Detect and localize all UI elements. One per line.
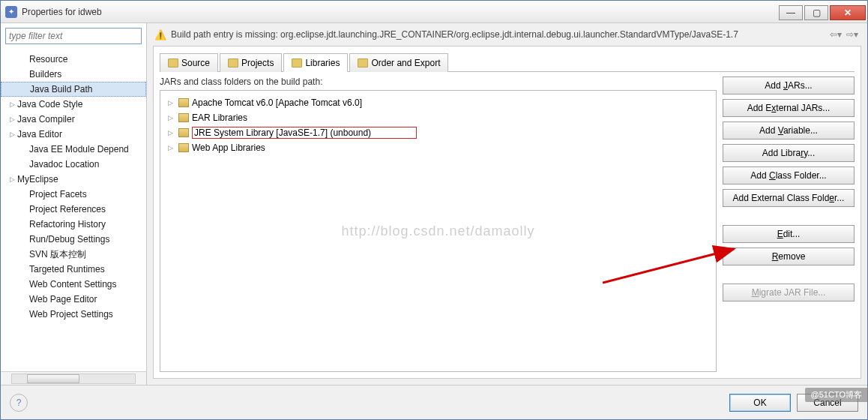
scrollbar-thumb[interactable] xyxy=(27,374,79,383)
add-class-folder-button[interactable]: Add Class Folder... xyxy=(723,166,855,184)
minimize-button[interactable]: — xyxy=(779,5,803,20)
titlebar[interactable]: ✦ Properties for idweb — ▢ ✕ xyxy=(1,1,867,23)
sidebar: ResourceBuildersJava Build Path▷Java Cod… xyxy=(1,23,147,385)
sidebar-item-label: Java Compiler xyxy=(17,114,75,124)
sidebar-item-label: Java Code Style xyxy=(17,99,82,110)
library-tree[interactable]: http://blog.csdn.net/damaolly ▷Apache To… xyxy=(160,90,717,372)
sidebar-item-resource[interactable]: Resource xyxy=(1,52,146,67)
window-title: Properties for idweb xyxy=(22,7,779,17)
sidebar-item-web-content-settings[interactable]: Web Content Settings xyxy=(1,277,146,292)
sidebar-item-label: Java EE Module Depend xyxy=(29,144,129,154)
add-jars-button[interactable]: Add JARs... xyxy=(723,76,855,94)
sidebar-item-javadoc-location[interactable]: Javadoc Location xyxy=(1,157,146,172)
expand-icon[interactable]: ▷ xyxy=(168,129,175,136)
jar-icon xyxy=(178,113,189,122)
sidebar-item-label: Project Facets xyxy=(29,189,87,200)
warning-bar: ⚠️ Build path entry is missing: org.ecli… xyxy=(147,23,867,46)
sidebar-item-java-code-style[interactable]: ▷Java Code Style xyxy=(1,97,146,112)
sidebar-item-java-ee-module-depend[interactable]: Java EE Module Depend xyxy=(1,142,146,157)
library-label: Apache Tomcat v6.0 [Apache Tomcat v6.0] xyxy=(192,98,362,108)
sidebar-item-label: Resource xyxy=(29,54,67,64)
warning-icon: ⚠️ xyxy=(154,28,166,40)
expand-icon[interactable]: ▷ xyxy=(10,130,17,138)
expand-icon[interactable]: ▷ xyxy=(10,100,17,108)
close-button[interactable]: ✕ xyxy=(830,5,866,20)
tab-body: JARs and class folders on the build path… xyxy=(160,72,855,372)
sidebar-item-targeted-runtimes[interactable]: Targeted Runtimes xyxy=(1,262,146,277)
sidebar-item-project-references[interactable]: Project References xyxy=(1,202,146,217)
tab-libraries[interactable]: Libraries xyxy=(283,53,348,72)
tab-label: Libraries xyxy=(305,58,340,68)
sidebar-item-label: SVN 版本控制 xyxy=(29,248,86,261)
expand-icon[interactable]: ▷ xyxy=(168,114,175,122)
forward-arrow-icon[interactable]: ⇨▾ xyxy=(845,29,860,40)
help-button[interactable]: ? xyxy=(10,394,28,412)
jar-icon xyxy=(178,128,189,137)
sidebar-scrollbar[interactable] xyxy=(1,371,146,385)
library-node[interactable]: ▷JRE System Library [JavaSE-1.7] (unboun… xyxy=(163,125,713,140)
tab-icon xyxy=(358,58,368,68)
add-library-button[interactable]: Add Library... xyxy=(723,144,855,162)
tab-icon xyxy=(168,58,178,68)
sidebar-item-label: MyEclipse xyxy=(17,174,58,184)
watermark-text: http://blog.csdn.net/damaolly xyxy=(341,224,534,239)
jar-icon xyxy=(178,143,189,152)
window-buttons: — ▢ ✕ xyxy=(779,4,867,20)
filter-input[interactable] xyxy=(5,28,142,44)
library-node[interactable]: ▷Web App Libraries xyxy=(163,140,713,155)
dialog-body: ResourceBuildersJava Build Path▷Java Cod… xyxy=(1,23,867,385)
expand-icon[interactable]: ▷ xyxy=(10,116,17,123)
edit-button[interactable]: Edit... xyxy=(723,225,855,243)
sidebar-item-java-build-path[interactable]: Java Build Path xyxy=(1,82,146,97)
warning-text: Build path entry is missing: org.eclipse… xyxy=(171,29,738,40)
filter-wrap xyxy=(5,28,142,44)
nav-list[interactable]: ResourceBuildersJava Build Path▷Java Cod… xyxy=(1,49,146,371)
expand-icon[interactable]: ▷ xyxy=(168,144,175,152)
main-panel: ⚠️ Build path entry is missing: org.ecli… xyxy=(147,23,867,385)
sidebar-item-web-page-editor[interactable]: Web Page Editor xyxy=(1,292,146,307)
tab-projects[interactable]: Projects xyxy=(220,53,282,72)
jar-icon xyxy=(178,98,189,107)
expand-icon[interactable]: ▷ xyxy=(168,99,175,106)
corner-badge: @51CTO博客 xyxy=(805,388,868,402)
sidebar-item-label: Java Editor xyxy=(17,129,62,140)
sidebar-item-label: Web Page Editor xyxy=(29,294,97,304)
sidebar-item-builders[interactable]: Builders xyxy=(1,67,146,82)
library-node[interactable]: ▷EAR Libraries xyxy=(163,110,713,125)
sidebar-item-myeclipse[interactable]: ▷MyEclipse xyxy=(1,172,146,187)
sidebar-item-label: Java Build Path xyxy=(30,84,92,94)
header-nav-arrows: ⇦▾ ⇨▾ xyxy=(828,29,860,40)
sidebar-item-web-project-settings[interactable]: Web Project Settings xyxy=(1,307,146,322)
sidebar-item-run-debug-settings[interactable]: Run/Debug Settings xyxy=(1,232,146,247)
sidebar-item-java-compiler[interactable]: ▷Java Compiler xyxy=(1,112,146,127)
library-node[interactable]: ▷Apache Tomcat v6.0 [Apache Tomcat v6.0] xyxy=(163,95,713,110)
content-area: SourceProjectsLibrariesOrder and Export … xyxy=(153,46,861,379)
sidebar-item-refactoring-history[interactable]: Refactoring History xyxy=(1,217,146,232)
tab-order-and-export[interactable]: Order and Export xyxy=(349,53,448,72)
sidebar-item-java-editor[interactable]: ▷Java Editor xyxy=(1,127,146,142)
tab-label: Projects xyxy=(241,58,274,68)
add-external-jars-button[interactable]: Add External JARs... xyxy=(723,99,855,117)
app-icon: ✦ xyxy=(5,6,17,18)
ok-button[interactable]: OK xyxy=(729,394,791,412)
sidebar-item-svn-[interactable]: SVN 版本控制 xyxy=(1,247,146,262)
library-label: EAR Libraries xyxy=(192,112,247,123)
back-arrow-icon[interactable]: ⇦▾ xyxy=(828,29,843,40)
maximize-button[interactable]: ▢ xyxy=(804,5,828,20)
sidebar-item-project-facets[interactable]: Project Facets xyxy=(1,187,146,202)
sidebar-item-label: Run/Debug Settings xyxy=(29,234,109,244)
sidebar-item-label: Javadoc Location xyxy=(29,159,99,170)
tree-label: JARs and class folders on the build path… xyxy=(160,76,717,87)
sidebar-item-label: Web Project Settings xyxy=(29,309,113,320)
sidebar-item-label: Targeted Runtimes xyxy=(29,264,105,274)
properties-dialog: ✦ Properties for idweb — ▢ ✕ ResourceBui… xyxy=(0,0,868,420)
sidebar-item-label: Builders xyxy=(29,69,61,80)
svg-line-1 xyxy=(603,249,734,283)
sidebar-item-label: Web Content Settings xyxy=(29,279,117,290)
tab-icon xyxy=(228,58,238,68)
expand-icon[interactable]: ▷ xyxy=(10,176,17,183)
add-variable-button[interactable]: Add Variable... xyxy=(723,122,855,140)
button-column: Add JARs... Add External JARs... Add Var… xyxy=(723,76,855,372)
tab-source[interactable]: Source xyxy=(160,53,218,72)
add-external-class-folder-button[interactable]: Add External Class Folder... xyxy=(723,189,855,207)
